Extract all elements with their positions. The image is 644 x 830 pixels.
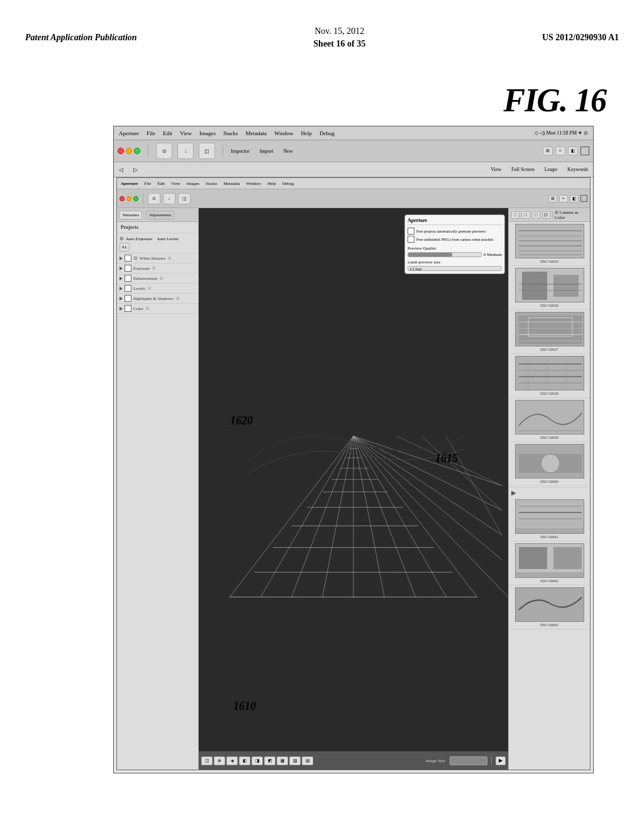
outer-menu-debug[interactable]: Debug [319,130,335,136]
outer-menu-images[interactable]: Images [199,130,216,136]
thumbnail-0041[interactable]: DSC%0041 [509,497,590,541]
minimize-button[interactable] [126,148,132,154]
nav-left-icon[interactable]: ◁ [119,167,123,173]
loupe-label[interactable]: Loupe [545,167,557,172]
auto-levels-btn[interactable]: AL [119,243,130,252]
fs-btn5[interactable]: ◨ [252,756,263,765]
inner-menu-stacks[interactable]: Stacks [206,181,217,186]
fs-arrow[interactable]: ▶ [496,756,506,765]
rp-btn4[interactable]: ⊡ [542,211,550,219]
page-header: Patent Application Publication Nov. 15, … [0,0,644,75]
fs-btn8[interactable]: ▨ [289,756,301,765]
lvl-checkbox[interactable] [125,285,131,292]
inner-menu-images[interactable]: Images [187,181,199,186]
inner-close[interactable] [119,196,125,201]
new-button[interactable]: ◫ [199,143,215,159]
fs-btn9[interactable]: ▤ [302,756,313,765]
fs-btn4[interactable]: ◧ [239,756,250,765]
outer-menu-stacks[interactable]: Stacks [223,130,238,136]
inner-menu-window[interactable]: Window [246,181,261,186]
fs-btn1[interactable]: ◫ [201,756,213,765]
inner-inspector-btn[interactable]: ⊙ [148,193,160,204]
inner-menu-edit[interactable]: Edit [157,181,165,186]
outer-menu-edit[interactable]: Edit [163,130,172,136]
inner-minimize[interactable] [126,196,131,201]
tab-metadata[interactable]: Metadata [119,211,142,219]
rp-sep [552,211,553,219]
inner-import-btn[interactable]: ↓ [163,193,175,204]
enh-checkbox[interactable] [125,275,131,282]
inner-menu-file[interactable]: File [144,181,151,186]
popup-check1[interactable] [408,228,414,235]
view-label[interactable]: View [491,167,501,172]
view-btn-2[interactable]: ≡ [555,147,565,155]
view-btn-3[interactable]: ◧ [568,147,578,155]
limit-field[interactable]: 1/2 Size [408,266,502,271]
quality-slider[interactable] [408,252,482,257]
inner-menu-debug[interactable]: Debug [282,181,294,186]
exp-checkbox[interactable] [125,265,131,272]
wb-expand[interactable] [119,257,123,260]
thumbnail-0040[interactable]: DSC%0040 [509,442,590,486]
thumbnail-0039[interactable]: DSC%0039 [509,398,590,442]
inner-maximize[interactable] [133,196,138,201]
inner-menu-help[interactable]: Help [267,181,276,186]
inner-window-controls [119,196,138,201]
inner-menu-metadata[interactable]: Metadata [223,181,240,186]
image-size-slider[interactable] [450,756,487,765]
hs-expand[interactable] [119,297,123,301]
outer-menu-metadata[interactable]: Metadata [245,130,266,136]
popup-check2[interactable] [408,236,414,243]
rp-btn2[interactable]: □ [521,211,530,219]
inner-menu-aperture[interactable]: Aperture [121,181,138,186]
svg-rect-67 [553,547,582,569]
fs-btn6[interactable]: ◩ [264,756,275,765]
rp-btn1[interactable]: □ [511,211,519,219]
exp-expand[interactable] [119,267,123,270]
outer-menu-aperture[interactable]: Aperture [119,130,139,136]
outer-menu-view[interactable]: View [180,130,192,136]
hs-checkbox[interactable] [125,295,131,302]
import-button[interactable]: ↓ [177,143,194,159]
thumb-img-0035 [515,224,584,258]
thumbnail-0036[interactable]: DSC%0036 [509,266,590,310]
fullscreen-label[interactable]: Full Screen [511,167,535,172]
thumbnail-0038[interactable]: DSC%0038 [509,354,590,398]
outer-menu-file[interactable]: File [147,130,155,136]
keywords-label[interactable]: Keywords [567,167,588,172]
inner-menu-view[interactable]: View [171,181,180,186]
fs-btn7[interactable]: ▦ [277,756,288,765]
fs-btn2[interactable]: ⊕ [214,756,225,765]
outer-menu-help[interactable]: Help [301,130,313,136]
close-button[interactable] [118,148,124,154]
fs-btn3[interactable]: ◈ [226,756,238,765]
view-btn-1[interactable]: ⊞ [543,147,553,155]
inspector-button[interactable]: ⊙ [156,143,172,159]
wb-checkbox[interactable] [125,255,131,262]
wb-icon: ⊙ [133,255,138,261]
nav-right-icon[interactable]: ▷ [133,167,138,173]
thumbnail-0043[interactable]: DSC%0043 [509,585,590,629]
inner-view-btn3[interactable]: ◧ [570,195,579,202]
lvl-expand[interactable] [119,287,123,290]
ref-1610-label: 1610 [233,700,256,713]
maximize-button[interactable] [134,148,140,154]
thumbnail-0035[interactable]: DSC%0035 [509,222,590,266]
popup-title: Aperture [408,218,502,225]
thumbnail-0037[interactable]: DSC%0037 [509,310,590,354]
bottom-panel-controls: ▶ [511,489,587,496]
context-color-label[interactable]: ⊙ Context as Color [555,210,587,220]
inner-view-btn2[interactable]: ≡ [559,195,568,202]
thumbnail-0042[interactable]: DSC%0042 [509,541,590,585]
enh-expand[interactable] [119,277,123,280]
highlights-panel: Highlights & Shadows ☆ [117,294,198,304]
col-checkbox[interactable] [125,305,131,312]
outer-menu-window[interactable]: Window [274,130,294,136]
auto-levels-label: Auto Levels [157,236,178,241]
inner-view-btn1[interactable]: ⊞ [548,195,557,202]
tab-adjustments[interactable]: Adjustments [146,211,174,219]
inner-new-btn[interactable]: ◫ [178,193,191,204]
image-size-label: Image Size [426,758,445,763]
col-expand[interactable] [119,307,123,311]
rp-btn3[interactable]: □ [532,211,540,219]
